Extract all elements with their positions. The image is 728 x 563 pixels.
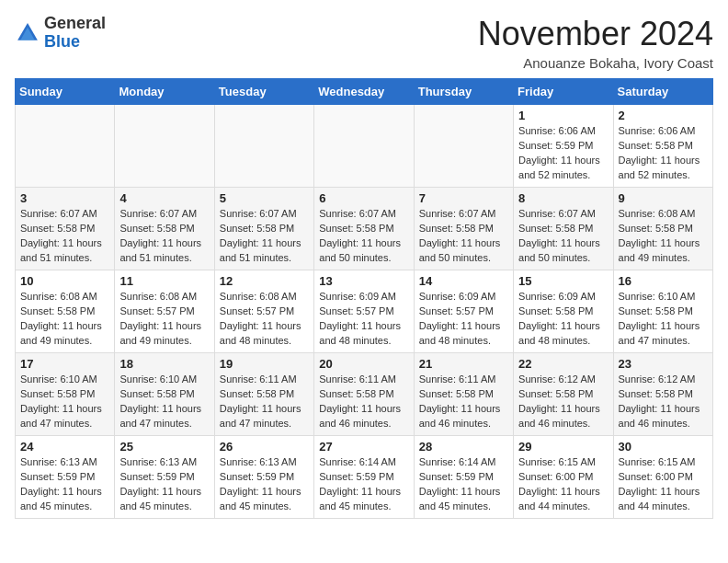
calendar-day-cell: 4Sunrise: 6:07 AM Sunset: 5:58 PM Daylig… bbox=[115, 188, 214, 270]
day-number: 24 bbox=[20, 440, 109, 454]
calendar-body: 1Sunrise: 6:06 AM Sunset: 5:59 PM Daylig… bbox=[16, 105, 713, 519]
day-number: 5 bbox=[220, 191, 309, 205]
day-info: Sunrise: 6:10 AM Sunset: 5:58 PM Dayligh… bbox=[20, 373, 109, 431]
day-info: Sunrise: 6:10 AM Sunset: 5:58 PM Dayligh… bbox=[619, 290, 708, 349]
day-number: 23 bbox=[619, 357, 708, 371]
day-info: Sunrise: 6:08 AM Sunset: 5:57 PM Dayligh… bbox=[119, 290, 209, 349]
day-info: Sunrise: 6:11 AM Sunset: 5:58 PM Dayligh… bbox=[220, 373, 309, 431]
day-info: Sunrise: 6:12 AM Sunset: 5:58 PM Dayligh… bbox=[518, 373, 608, 431]
day-number: 21 bbox=[419, 357, 508, 371]
day-number: 9 bbox=[619, 191, 708, 205]
day-number: 19 bbox=[220, 357, 309, 371]
day-info: Sunrise: 6:14 AM Sunset: 5:59 PM Dayligh… bbox=[319, 455, 408, 514]
location: Anouanze Bokaha, Ivory Coast bbox=[478, 55, 713, 71]
day-number: 8 bbox=[518, 191, 608, 205]
day-info: Sunrise: 6:15 AM Sunset: 6:00 PM Dayligh… bbox=[619, 455, 708, 514]
calendar-day-cell: 17Sunrise: 6:10 AM Sunset: 5:58 PM Dayli… bbox=[16, 353, 115, 436]
weekday-header-cell: Wednesday bbox=[314, 79, 414, 105]
day-info: Sunrise: 6:07 AM Sunset: 5:58 PM Dayligh… bbox=[319, 207, 408, 266]
day-info: Sunrise: 6:07 AM Sunset: 5:58 PM Dayligh… bbox=[518, 207, 608, 266]
day-info: Sunrise: 6:08 AM Sunset: 5:58 PM Dayligh… bbox=[619, 207, 708, 266]
day-info: Sunrise: 6:06 AM Sunset: 5:59 PM Dayligh… bbox=[518, 124, 608, 183]
day-number: 29 bbox=[518, 440, 608, 454]
day-info: Sunrise: 6:07 AM Sunset: 5:58 PM Dayligh… bbox=[119, 207, 209, 266]
calendar-day-cell: 6Sunrise: 6:07 AM Sunset: 5:58 PM Daylig… bbox=[314, 188, 414, 270]
calendar-day-cell: 2Sunrise: 6:06 AM Sunset: 5:58 PM Daylig… bbox=[613, 105, 712, 188]
day-number: 22 bbox=[518, 357, 608, 371]
day-info: Sunrise: 6:07 AM Sunset: 5:58 PM Dayligh… bbox=[419, 207, 508, 266]
calendar-day-cell: 26Sunrise: 6:13 AM Sunset: 5:59 PM Dayli… bbox=[214, 436, 313, 519]
calendar-day-cell: 16Sunrise: 6:10 AM Sunset: 5:58 PM Dayli… bbox=[613, 270, 712, 353]
calendar-day-cell bbox=[115, 105, 214, 188]
calendar-day-cell: 8Sunrise: 6:07 AM Sunset: 5:58 PM Daylig… bbox=[514, 188, 613, 270]
calendar-week-row: 1Sunrise: 6:06 AM Sunset: 5:59 PM Daylig… bbox=[16, 105, 713, 188]
calendar-day-cell bbox=[16, 105, 115, 188]
day-number: 6 bbox=[319, 191, 408, 205]
calendar-day-cell: 12Sunrise: 6:08 AM Sunset: 5:57 PM Dayli… bbox=[214, 270, 313, 353]
day-number: 13 bbox=[319, 274, 408, 288]
day-number: 20 bbox=[319, 357, 408, 371]
calendar-day-cell: 22Sunrise: 6:12 AM Sunset: 5:58 PM Dayli… bbox=[514, 353, 613, 436]
day-info: Sunrise: 6:11 AM Sunset: 5:58 PM Dayligh… bbox=[419, 373, 508, 431]
day-info: Sunrise: 6:08 AM Sunset: 5:58 PM Dayligh… bbox=[20, 290, 109, 349]
day-number: 25 bbox=[119, 440, 209, 454]
day-number: 12 bbox=[220, 274, 309, 288]
day-info: Sunrise: 6:09 AM Sunset: 5:57 PM Dayligh… bbox=[419, 290, 508, 349]
month-title: November 2024 bbox=[478, 15, 713, 53]
calendar-header: SundayMondayTuesdayWednesdayThursdayFrid… bbox=[16, 79, 713, 105]
calendar-day-cell: 15Sunrise: 6:09 AM Sunset: 5:58 PM Dayli… bbox=[514, 270, 613, 353]
day-number: 18 bbox=[119, 357, 209, 371]
day-number: 7 bbox=[419, 191, 508, 205]
weekday-header-cell: Tuesday bbox=[214, 79, 313, 105]
day-number: 2 bbox=[619, 109, 708, 122]
calendar-day-cell: 28Sunrise: 6:14 AM Sunset: 5:59 PM Dayli… bbox=[414, 436, 513, 519]
day-info: Sunrise: 6:08 AM Sunset: 5:57 PM Dayligh… bbox=[220, 290, 309, 349]
calendar-day-cell: 24Sunrise: 6:13 AM Sunset: 5:59 PM Dayli… bbox=[16, 436, 115, 519]
logo-text: General Blue bbox=[44, 15, 106, 52]
day-info: Sunrise: 6:12 AM Sunset: 5:58 PM Dayligh… bbox=[619, 373, 708, 431]
calendar-day-cell: 27Sunrise: 6:14 AM Sunset: 5:59 PM Dayli… bbox=[314, 436, 414, 519]
day-info: Sunrise: 6:13 AM Sunset: 5:59 PM Dayligh… bbox=[220, 455, 309, 514]
calendar-day-cell: 9Sunrise: 6:08 AM Sunset: 5:58 PM Daylig… bbox=[613, 188, 712, 270]
calendar-day-cell: 11Sunrise: 6:08 AM Sunset: 5:57 PM Dayli… bbox=[115, 270, 214, 353]
day-number: 15 bbox=[518, 274, 608, 288]
weekday-header-row: SundayMondayTuesdayWednesdayThursdayFrid… bbox=[16, 79, 713, 105]
calendar-week-row: 3Sunrise: 6:07 AM Sunset: 5:58 PM Daylig… bbox=[16, 188, 713, 270]
day-info: Sunrise: 6:06 AM Sunset: 5:58 PM Dayligh… bbox=[619, 124, 708, 183]
calendar-day-cell: 14Sunrise: 6:09 AM Sunset: 5:57 PM Dayli… bbox=[414, 270, 513, 353]
day-info: Sunrise: 6:14 AM Sunset: 5:59 PM Dayligh… bbox=[419, 455, 508, 514]
day-number: 27 bbox=[319, 440, 408, 454]
calendar-day-cell: 3Sunrise: 6:07 AM Sunset: 5:58 PM Daylig… bbox=[16, 188, 115, 270]
calendar-day-cell: 13Sunrise: 6:09 AM Sunset: 5:57 PM Dayli… bbox=[314, 270, 414, 353]
day-number: 1 bbox=[518, 109, 608, 122]
day-number: 30 bbox=[619, 440, 708, 454]
calendar-week-row: 17Sunrise: 6:10 AM Sunset: 5:58 PM Dayli… bbox=[16, 353, 713, 436]
day-number: 10 bbox=[20, 274, 109, 288]
logo: General Blue bbox=[15, 15, 106, 52]
day-info: Sunrise: 6:11 AM Sunset: 5:58 PM Dayligh… bbox=[319, 373, 408, 431]
calendar-day-cell: 18Sunrise: 6:10 AM Sunset: 5:58 PM Dayli… bbox=[115, 353, 214, 436]
day-info: Sunrise: 6:09 AM Sunset: 5:57 PM Dayligh… bbox=[319, 290, 408, 349]
page-header: General Blue November 2024 Anouanze Boka… bbox=[15, 15, 713, 71]
weekday-header-cell: Monday bbox=[115, 79, 214, 105]
calendar-week-row: 10Sunrise: 6:08 AM Sunset: 5:58 PM Dayli… bbox=[16, 270, 713, 353]
calendar-day-cell: 5Sunrise: 6:07 AM Sunset: 5:58 PM Daylig… bbox=[214, 188, 313, 270]
weekday-header-cell: Thursday bbox=[414, 79, 513, 105]
day-info: Sunrise: 6:13 AM Sunset: 5:59 PM Dayligh… bbox=[20, 455, 109, 514]
calendar-table: SundayMondayTuesdayWednesdayThursdayFrid… bbox=[15, 78, 713, 519]
day-number: 26 bbox=[220, 440, 309, 454]
weekday-header-cell: Saturday bbox=[613, 79, 712, 105]
calendar-day-cell: 7Sunrise: 6:07 AM Sunset: 5:58 PM Daylig… bbox=[414, 188, 513, 270]
day-number: 14 bbox=[419, 274, 508, 288]
day-info: Sunrise: 6:13 AM Sunset: 5:59 PM Dayligh… bbox=[119, 455, 209, 514]
day-info: Sunrise: 6:07 AM Sunset: 5:58 PM Dayligh… bbox=[220, 207, 309, 266]
calendar-day-cell bbox=[414, 105, 513, 188]
logo-icon bbox=[15, 20, 40, 46]
day-number: 4 bbox=[119, 191, 209, 205]
calendar-day-cell: 29Sunrise: 6:15 AM Sunset: 6:00 PM Dayli… bbox=[514, 436, 613, 519]
day-info: Sunrise: 6:07 AM Sunset: 5:58 PM Dayligh… bbox=[20, 207, 109, 266]
day-info: Sunrise: 6:10 AM Sunset: 5:58 PM Dayligh… bbox=[119, 373, 209, 431]
day-info: Sunrise: 6:15 AM Sunset: 6:00 PM Dayligh… bbox=[518, 455, 608, 514]
calendar-week-row: 24Sunrise: 6:13 AM Sunset: 5:59 PM Dayli… bbox=[16, 436, 713, 519]
day-number: 11 bbox=[119, 274, 209, 288]
